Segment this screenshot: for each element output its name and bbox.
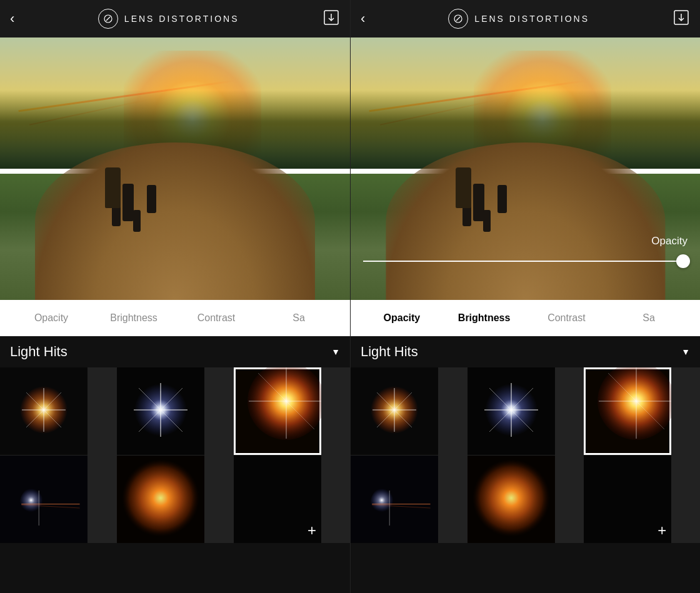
right-brightness-control[interactable]: Brightness — [443, 312, 526, 324]
left-saturation-control[interactable]: Sa — [258, 312, 340, 324]
right-logo-icon — [448, 9, 468, 29]
left-light-hits-header: Light Hits ▼ — [0, 336, 350, 367]
left-back-button[interactable]: ‹ — [10, 12, 14, 26]
left-download-button[interactable] — [322, 9, 340, 29]
right-thumb-add[interactable]: + — [584, 456, 671, 543]
left-thumbnail-grid: + — [0, 367, 350, 543]
right-header: ‹ LENS DISTORTIONS — [351, 0, 700, 37]
right-light-hits-title: Light Hits — [361, 344, 418, 360]
left-light-hits-section: Light Hits ▼ — [0, 336, 350, 593]
left-header: ‹ LENS DISTORTIONS — [0, 0, 350, 37]
left-brightness-control[interactable]: Brightness — [92, 312, 175, 324]
left-header-center: LENS DISTORTIONS — [98, 9, 239, 29]
svg-point-23 — [122, 459, 199, 537]
left-light-hits-title: Light Hits — [10, 344, 68, 360]
right-header-center: LENS DISTORTIONS — [448, 9, 589, 29]
svg-point-38 — [598, 367, 671, 440]
right-controls-bar: Opacity Brightness Contrast Sa — [351, 300, 700, 336]
left-thumb-add[interactable]: + — [234, 456, 321, 543]
right-thumb-4[interactable] — [351, 456, 438, 543]
right-dropdown-icon[interactable]: ▼ — [681, 347, 690, 357]
left-photo-area — [0, 37, 350, 300]
svg-line-25 — [456, 17, 460, 21]
left-thumb-4[interactable] — [0, 456, 88, 543]
right-thumb-3[interactable] — [584, 367, 671, 455]
left-thumb-2[interactable] — [117, 367, 204, 455]
left-dropdown-icon[interactable]: ▼ — [331, 347, 340, 357]
right-contrast-control[interactable]: Contrast — [526, 312, 608, 324]
left-thumb-5[interactable] — [117, 456, 204, 543]
left-controls-bar: Opacity Brightness Contrast Sa — [0, 300, 350, 336]
svg-line-1 — [106, 17, 110, 21]
left-opacity-control[interactable]: Opacity — [10, 312, 92, 324]
right-light-hits-section: Light Hits ▼ — [351, 336, 700, 593]
right-light-hits-header: Light Hits ▼ — [351, 336, 700, 367]
svg-point-15 — [248, 367, 321, 440]
right-app-title: LENS DISTORTIONS — [474, 14, 589, 24]
right-thumb-2[interactable] — [468, 367, 555, 455]
right-opacity-control[interactable]: Opacity — [361, 312, 443, 324]
right-panel: ‹ LENS DISTORTIONS — [350, 0, 700, 593]
left-thumb-3[interactable] — [234, 367, 321, 455]
left-app-title: LENS DISTORTIONS — [124, 14, 239, 24]
right-opacity-overlay: Opacity — [351, 235, 700, 269]
svg-point-46 — [472, 459, 550, 537]
right-thumb-5[interactable] — [468, 456, 555, 543]
left-add-icon: + — [308, 523, 316, 538]
right-back-button[interactable]: ‹ — [361, 12, 365, 26]
right-thumb-1[interactable] — [351, 367, 438, 455]
right-slider-track[interactable] — [363, 261, 688, 262]
right-photo-area: Opacity — [351, 37, 700, 300]
left-contrast-control[interactable]: Contrast — [175, 312, 258, 324]
right-thumbnail-grid: + — [351, 367, 700, 543]
right-download-button[interactable] — [672, 9, 690, 29]
left-logo-icon — [98, 9, 118, 29]
right-slider-thumb[interactable] — [676, 254, 690, 268]
right-saturation-control[interactable]: Sa — [608, 312, 690, 324]
left-thumb-1[interactable] — [0, 367, 88, 455]
right-opacity-label: Opacity — [651, 235, 688, 247]
left-panel: ‹ LENS DISTORTIONS — [0, 0, 350, 593]
right-add-icon: + — [658, 523, 666, 538]
